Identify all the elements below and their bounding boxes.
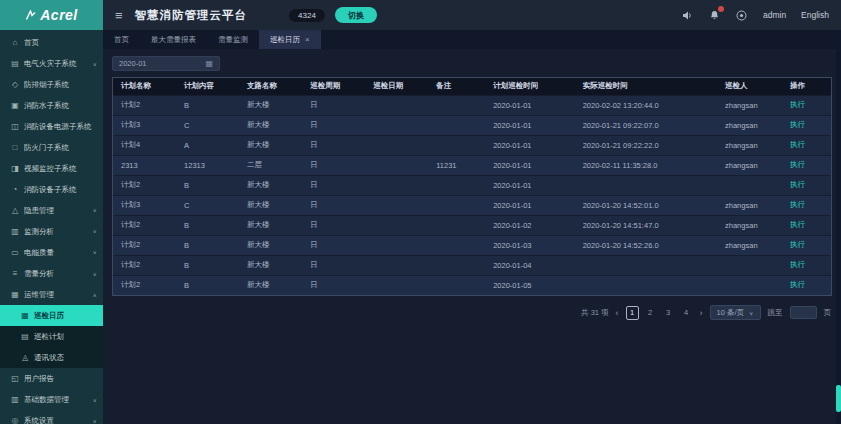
sidebar-item-demand-analysis[interactable]: ≡需量分析∨ (0, 263, 103, 284)
execute-link[interactable]: 执行 (790, 120, 805, 129)
sidebar-item-system-settings[interactable]: ◎系统设置∨ (0, 410, 103, 424)
calendar-icon: ▦ (20, 311, 30, 320)
sidebar-item-electrical-fire[interactable]: ▤电气火灾子系统∨ (0, 53, 103, 74)
table-cell: 2020-01-05 (485, 275, 574, 295)
sidebar-item-video-monitor[interactable]: ◨视频监控子系统 (0, 158, 103, 179)
sidebar-item-comm-status[interactable]: ◬通讯状态 (0, 347, 103, 368)
table-cell (428, 115, 485, 135)
table-row: 计划3C新大楼日2020-01-012020-01-21 09:22:07.0z… (113, 115, 831, 135)
sidebar-item-patrol-calendar[interactable]: ▦巡检日历 (0, 305, 103, 326)
close-icon[interactable]: × (305, 35, 310, 44)
sidebar-item-user-report[interactable]: ◱用户报告 (0, 368, 103, 389)
table-cell: zhangsan (717, 135, 782, 155)
tab-home[interactable]: 首页 (103, 30, 140, 49)
table-cell-action: 执行 (782, 135, 831, 155)
sidebar-item-fire-equipment-power[interactable]: ◫消防设备电源子系统 (0, 116, 103, 137)
menu-collapse-icon[interactable]: ≡ (115, 8, 123, 23)
sidebar-item-fire-door[interactable]: □防火门子系统 (0, 137, 103, 158)
table-cell: 2020-02-02 13:20:44.0 (575, 95, 717, 115)
video-icon: ◨ (10, 164, 20, 173)
sidebar-item-label: 用户报告 (24, 374, 97, 384)
jump-page-input[interactable] (790, 306, 817, 319)
month-picker[interactable]: 2020-01 ▦ (112, 56, 220, 71)
chevron-up-icon: ∧ (93, 292, 97, 298)
table-head: 计划名称计划内容支路名称巡检周期巡检日期备注计划巡检时间实际巡检时间巡检人操作 (113, 78, 831, 95)
table-cell-action: 执行 (782, 175, 831, 195)
home-icon: ⌂ (10, 38, 20, 47)
switch-button[interactable]: 切换 (335, 7, 377, 23)
sidebar-item-base-data[interactable]: ▥基础数据管理∨ (0, 389, 103, 410)
next-page-icon[interactable]: › (700, 308, 703, 318)
volume-icon[interactable] (681, 9, 694, 22)
table-cell: B (176, 95, 239, 115)
sidebar-item-smoke-control[interactable]: ◇防排烟子系统 (0, 74, 103, 95)
bell-icon[interactable] (708, 9, 721, 22)
execute-link[interactable]: 执行 (790, 240, 805, 249)
table-row: 计划2B新大楼日2020-01-01执行 (113, 175, 831, 195)
sidebar-item-power-quality[interactable]: ▭电能质量∨ (0, 242, 103, 263)
execute-link[interactable]: 执行 (790, 100, 805, 109)
jump-label: 跳至 (768, 308, 783, 318)
table-cell: 新大楼 (239, 175, 302, 195)
patrol-table: 计划名称计划内容支路名称巡检周期巡检日期备注计划巡检时间实际巡检时间巡检人操作 … (113, 78, 831, 295)
table-cell: 2020-01-01 (485, 95, 574, 115)
content-area: 2020-01 ▦ 计划名称计划内容支路名称巡检周期巡检日期备注计划巡检时间实际… (103, 49, 841, 320)
sidebar-item-label: 运维管理 (24, 290, 91, 300)
page-size-select[interactable]: 10 条/页 ∨ (710, 305, 761, 320)
page-1[interactable]: 1 (626, 306, 639, 320)
table-cell: C (176, 195, 239, 215)
execute-link[interactable]: 执行 (790, 220, 805, 229)
table-cell: 日 (302, 235, 365, 255)
app-header: Acrel ≡ 智慧消防管理云平台 4324 切换 admin English (0, 0, 841, 30)
page-2[interactable]: 2 (644, 306, 657, 320)
execute-link[interactable]: 执行 (790, 200, 805, 209)
execute-link[interactable]: 执行 (790, 140, 805, 149)
tab-demand-monitor[interactable]: 需量监测 (207, 30, 259, 49)
table-cell: B (176, 215, 239, 235)
sidebar-item-home[interactable]: ⌂首页 (0, 32, 103, 53)
table-cell: 新大楼 (239, 115, 302, 135)
execute-link[interactable]: 执行 (790, 280, 805, 289)
total-count: 共 31 项 (581, 308, 609, 318)
page-4[interactable]: 4 (680, 306, 693, 320)
table-cell: 2020-01-03 (485, 235, 574, 255)
sidebar-item-label: 巡检日历 (34, 311, 97, 321)
execute-link[interactable]: 执行 (790, 180, 805, 189)
table-cell-action: 执行 (782, 255, 831, 275)
table-cell: 计划3 (113, 195, 176, 215)
table-cell-action: 执行 (782, 155, 831, 175)
sidebar-item-fire-water[interactable]: ▣消防水子系统 (0, 95, 103, 116)
language-selector[interactable]: English (801, 10, 829, 20)
sidebar-item-ops-management[interactable]: ▦运维管理∧ (0, 284, 103, 305)
tab-patrol-calendar[interactable]: 巡检日历× (259, 30, 321, 49)
table-cell: 计划2 (113, 175, 176, 195)
table-cell (365, 255, 428, 275)
table-row: 231312313二层日112312020-01-012020-02-11 11… (113, 155, 831, 175)
plan-icon: ▤ (20, 332, 30, 341)
execute-link[interactable]: 执行 (790, 160, 805, 169)
scrollbar-thumb[interactable] (836, 385, 841, 412)
table-cell (575, 175, 717, 195)
sidebar-item-label: 需量分析 (24, 269, 91, 279)
tab-max-demand-report[interactable]: 最大需量报表 (140, 30, 207, 49)
table-cell (428, 175, 485, 195)
column-header: 计划巡检时间 (485, 78, 574, 95)
table-cell: 2020-01-02 (485, 215, 574, 235)
sidebar-item-monitor-analysis[interactable]: ▥监测分析∨ (0, 221, 103, 242)
page-3[interactable]: 3 (662, 306, 675, 320)
table-cell: 日 (302, 135, 365, 155)
sidebar-item-patrol-plan[interactable]: ▤巡检计划 (0, 326, 103, 347)
sidebar-item-fire-equipment[interactable]: ◔消防设备子系统 (0, 179, 103, 200)
sidebar-item-hazard-management[interactable]: △隐患管理∨ (0, 200, 103, 221)
table-cell: 2020-02-11 11:35:28.0 (575, 155, 717, 175)
execute-link[interactable]: 执行 (790, 260, 805, 269)
username[interactable]: admin (763, 10, 786, 20)
quality-icon: ▭ (10, 248, 20, 257)
table-cell-action: 执行 (782, 195, 831, 215)
water-icon: ▣ (10, 101, 20, 110)
chevron-down-icon: ∨ (93, 229, 97, 235)
sidebar-item-label: 系统设置 (24, 416, 91, 424)
sidebar: ⌂首页▤电气火灾子系统∨◇防排烟子系统▣消防水子系统◫消防设备电源子系统□防火门… (0, 30, 103, 424)
prev-page-icon[interactable]: ‹ (616, 308, 619, 318)
help-icon[interactable] (735, 9, 748, 22)
